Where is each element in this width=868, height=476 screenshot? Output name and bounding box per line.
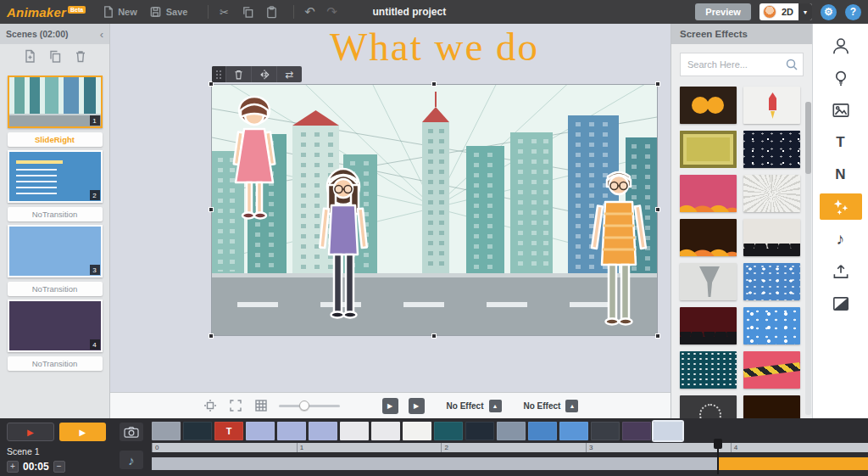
settings-gear-icon[interactable]: ⚙ (821, 4, 837, 20)
timeline-thumb-4[interactable] (246, 422, 275, 440)
scrollbar-thumb[interactable] (805, 102, 811, 174)
search-icon[interactable] (785, 58, 798, 75)
resize-handle-se[interactable] (655, 333, 660, 339)
enter-effect-dropdown[interactable]: No Effect ▲ (447, 400, 502, 412)
delete-scene-icon[interactable] (74, 49, 87, 67)
grid-icon[interactable] (253, 398, 269, 413)
timeline-thumb-15[interactable] (591, 422, 620, 440)
resize-handle-s[interactable] (431, 333, 437, 339)
decrease-time-button[interactable]: − (53, 461, 65, 473)
play-scene-preview-button[interactable]: ▶ (382, 398, 398, 414)
slide-title[interactable]: What we do (212, 24, 657, 70)
sidebar-item-images[interactable] (820, 97, 862, 123)
canvas-area[interactable]: What we do ⇄ (110, 24, 670, 418)
play-scene-button[interactable]: ▶ (7, 423, 54, 441)
music-track[interactable] (152, 457, 868, 470)
timeline-thumb-11[interactable] (465, 422, 494, 440)
timeline-ruler[interactable]: 01234 (152, 443, 868, 452)
sidebar-item-ideas[interactable] (820, 64, 862, 91)
effect-thumb-tornado[interactable] (680, 263, 737, 300)
effect-thumb-teal-dots[interactable] (680, 351, 737, 389)
effect-thumb-dark-emblem[interactable] (680, 395, 737, 418)
scene-thumb-2[interactable]: 2 (8, 150, 103, 203)
delete-item-icon[interactable] (225, 66, 251, 82)
resize-handle-ne[interactable] (655, 81, 660, 87)
sidebar-item-music[interactable]: ♪ (820, 226, 862, 252)
timeline-thumb-8[interactable] (371, 422, 400, 440)
cut-icon[interactable]: ✂ (217, 5, 231, 19)
sidebar-item-characters[interactable] (820, 32, 862, 59)
redo-icon[interactable]: ↷ (325, 5, 338, 19)
timeline-thumb-14[interactable] (559, 422, 588, 440)
timeline-thumb-10[interactable] (434, 422, 463, 440)
timeline-thumb-17[interactable] (654, 422, 682, 440)
effect-thumb-old-film-frame[interactable] (680, 131, 737, 168)
transition-label[interactable]: NoTransition (8, 356, 103, 371)
caret-up-icon[interactable]: ▲ (565, 400, 578, 412)
timeline-thumb-5[interactable] (277, 422, 306, 440)
timeline-thumb-16[interactable] (622, 422, 651, 440)
save-button[interactable]: Save (149, 5, 188, 19)
music-track-icon[interactable]: ♪ (120, 451, 143, 469)
resize-handle-e[interactable] (655, 207, 660, 212)
zoom-slider-knob[interactable] (299, 400, 309, 411)
swap-icon[interactable]: ⇄ (276, 66, 302, 82)
scene-thumb-1[interactable]: 1 (8, 76, 103, 128)
new-button[interactable]: New (101, 5, 137, 19)
effect-thumb-night-sky-stars[interactable] (743, 131, 800, 168)
help-icon[interactable]: ? (845, 4, 861, 20)
undo-icon[interactable]: ↶ (303, 5, 316, 19)
effect-thumb-crowd-dark-red[interactable] (680, 307, 737, 344)
app-logo[interactable]: Animaker Beta (7, 5, 86, 20)
sidebar-item-effects[interactable] (820, 193, 862, 220)
duplicate-scene-icon[interactable] (48, 49, 62, 67)
effect-thumb-dark-flames[interactable] (680, 219, 737, 256)
mode-dropdown[interactable]: 2D ▼ (760, 3, 812, 20)
increase-time-button[interactable]: + (7, 461, 19, 473)
timeline-thumb-2[interactable] (183, 422, 212, 440)
timeline-thumb-12[interactable] (497, 422, 526, 440)
exit-effect-dropdown[interactable]: No Effect ▲ (524, 400, 579, 412)
effect-thumb-snowflakes-blue[interactable] (743, 307, 800, 344)
resize-handle-w[interactable] (209, 207, 214, 212)
slide-canvas[interactable] (212, 85, 657, 335)
transition-label[interactable]: SlideRight (8, 132, 103, 147)
effect-thumb-snowfall-blue[interactable] (743, 263, 800, 300)
timeline-thumb-3[interactable]: T (214, 422, 243, 440)
scene-thumb-4[interactable]: 4 (8, 300, 103, 352)
transition-label[interactable]: NoTransition (8, 282, 103, 296)
sidebar-item-upload[interactable] (820, 258, 862, 284)
collapse-panel-icon[interactable]: ‹ (100, 29, 103, 40)
effect-thumb-crowd-light[interactable] (743, 219, 800, 256)
caret-up-icon[interactable]: ▲ (489, 400, 502, 412)
sidebar-item-text[interactable]: T (820, 129, 862, 155)
effect-thumb-hazard-tape[interactable] (743, 351, 800, 389)
scene-thumb-3[interactable]: 3 (8, 225, 103, 277)
paste-icon[interactable] (264, 5, 278, 19)
effect-thumb-spotlight-circles[interactable] (680, 87, 737, 124)
camera-track-icon[interactable] (120, 423, 143, 441)
preview-button[interactable]: Preview (695, 3, 751, 20)
zoom-slider[interactable] (279, 405, 340, 407)
resize-handle-sw[interactable] (209, 333, 214, 339)
timeline-thumb-6[interactable] (309, 422, 337, 440)
fullscreen-icon[interactable] (228, 398, 243, 413)
transition-label[interactable]: NoTransition (8, 207, 103, 221)
effect-thumb-rocket[interactable] (743, 87, 800, 124)
timeline-thumb-1[interactable] (152, 422, 181, 440)
add-scene-icon[interactable] (23, 49, 36, 67)
playhead[interactable] (717, 440, 719, 474)
play-project-preview-button[interactable]: ▶ (409, 398, 425, 414)
timeline-thumb-9[interactable] (403, 422, 431, 440)
flip-icon[interactable] (251, 66, 276, 82)
effects-scrollbar[interactable] (805, 102, 811, 415)
sidebar-item-transitions[interactable] (820, 290, 862, 316)
effect-thumb-pink-flames[interactable] (680, 175, 737, 212)
project-title[interactable]: untitled project (372, 6, 446, 18)
drag-grip-icon[interactable] (212, 66, 225, 82)
timeline-thumb-7[interactable] (340, 422, 369, 440)
resize-handle-n[interactable] (431, 81, 437, 87)
fit-to-screen-icon[interactable] (203, 398, 218, 413)
copy-icon[interactable] (241, 5, 254, 19)
effect-thumb-bonfire[interactable] (743, 395, 800, 418)
